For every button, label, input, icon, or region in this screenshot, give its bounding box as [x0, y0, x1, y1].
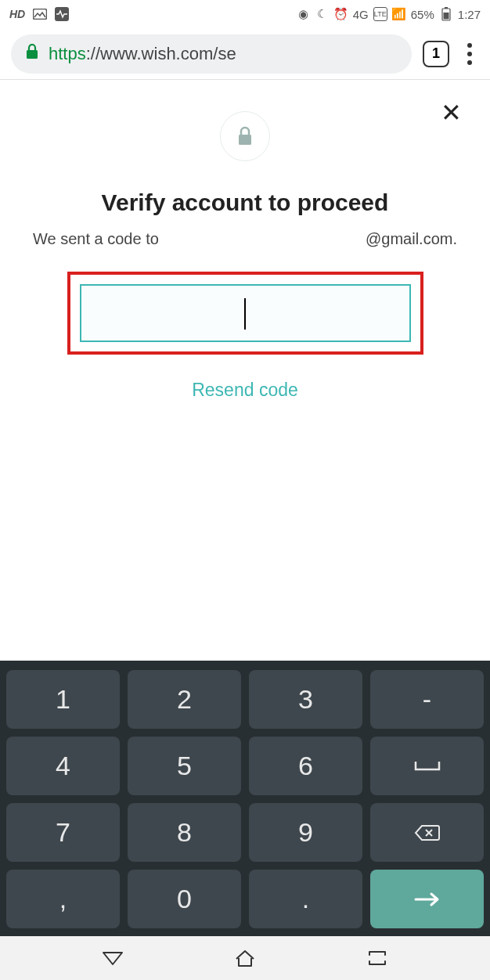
moon-icon: ☾ — [315, 7, 330, 21]
key-comma[interactable]: , — [6, 870, 120, 928]
key-6[interactable]: 6 — [249, 737, 362, 795]
battery-icon — [439, 7, 453, 21]
key-dash[interactable]: - — [370, 670, 484, 729]
resend-code-link[interactable]: Resend code — [192, 380, 298, 401]
network-4g-label: 4G — [353, 8, 369, 21]
nav-back-button[interactable] — [95, 947, 130, 969]
svg-rect-5 — [239, 135, 251, 145]
lock-icon — [25, 44, 39, 64]
key-2[interactable]: 2 — [128, 670, 241, 729]
key-backspace[interactable] — [370, 803, 484, 862]
key-5[interactable]: 5 — [128, 737, 241, 795]
close-button[interactable]: ✕ — [441, 100, 462, 125]
page-content: ✕ Verify account to proceed We sent a co… — [0, 80, 490, 661]
subtitle-prefix: We sent a code to — [33, 230, 159, 248]
status-bar: HD ◉ ☾ ⏰ 4G LTE 📶 65% 1:27 — [0, 0, 490, 28]
svg-rect-4 — [27, 50, 38, 59]
key-7[interactable]: 7 — [6, 803, 120, 862]
pulse-icon — [55, 7, 69, 21]
key-period[interactable]: . — [249, 870, 362, 928]
volte-icon: LTE — [373, 7, 387, 21]
status-right: ◉ ☾ ⏰ 4G LTE 📶 65% 1:27 — [297, 7, 481, 21]
url-bar[interactable]: https://www.wish.com/se — [11, 34, 412, 74]
browser-bar: https://www.wish.com/se 1 — [0, 28, 490, 80]
svg-rect-3 — [443, 13, 449, 20]
key-9[interactable]: 9 — [249, 803, 362, 862]
alarm-icon: ⏰ — [334, 7, 348, 21]
url-scheme: https — [49, 44, 86, 63]
text-cursor — [244, 298, 246, 330]
hd-indicator: HD — [9, 8, 25, 20]
svg-rect-2 — [445, 7, 448, 9]
url-text: https://www.wish.com/se — [49, 44, 236, 64]
picture-icon — [33, 7, 47, 21]
tab-count-value: 1 — [432, 45, 440, 62]
numeric-keyboard: 1 2 3 - 4 5 6 7 8 9 , 0 . — [0, 661, 490, 936]
key-3[interactable]: 3 — [249, 670, 362, 729]
lock-circle-icon — [220, 111, 270, 161]
svg-rect-0 — [34, 9, 47, 20]
signal-icon: 📶 — [392, 7, 406, 21]
key-1[interactable]: 1 — [6, 670, 120, 729]
status-left: HD — [9, 7, 69, 21]
nav-recents-button[interactable] — [360, 947, 395, 969]
system-nav-bar — [0, 936, 490, 980]
code-input-highlight — [67, 272, 423, 355]
verification-code-input[interactable] — [80, 284, 411, 342]
key-0[interactable]: 0 — [128, 870, 241, 928]
status-icons-group: ◉ ☾ ⏰ 4G LTE 📶 — [297, 7, 406, 21]
tab-counter[interactable]: 1 — [423, 41, 449, 67]
key-8[interactable]: 8 — [128, 803, 241, 862]
page-title: Verify account to proceed — [102, 189, 389, 216]
key-go[interactable] — [370, 870, 484, 928]
nav-home-button[interactable] — [228, 947, 262, 969]
page-subtitle: We sent a code to @gmail.com. — [23, 230, 467, 272]
key-4[interactable]: 4 — [6, 737, 120, 795]
browser-menu-button[interactable] — [460, 43, 479, 65]
battery-percent: 65% — [411, 8, 434, 21]
key-space[interactable] — [370, 737, 484, 795]
subtitle-suffix: @gmail.com. — [366, 230, 457, 248]
clock-time: 1:27 — [458, 8, 481, 21]
hotspot-icon: ◉ — [297, 7, 311, 21]
url-path: ://www.wish.com/se — [86, 44, 236, 63]
